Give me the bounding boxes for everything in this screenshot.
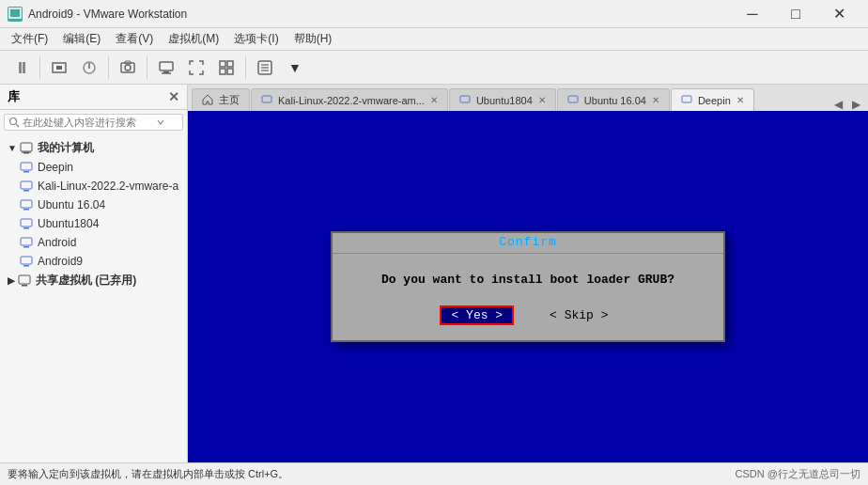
deepin-label: Deepin	[38, 161, 73, 174]
dialog-message: Do you want to install boot loader GRUB?	[361, 273, 695, 287]
svg-rect-28	[23, 171, 29, 173]
titlebar: Android9 - VMware Workstation ─ □ ✕	[0, 0, 868, 28]
svg-rect-16	[220, 69, 225, 74]
svg-rect-27	[21, 163, 32, 170]
sidebar-item-ubuntu1604[interactable]: Ubuntu 16.04	[0, 196, 187, 214]
content-area: 主页 Kali-Linux-2022.2-vmware-am... ✕	[188, 85, 868, 462]
vm-icon-android9	[19, 254, 34, 269]
toolbar: ▼	[0, 51, 868, 85]
sidebar-item-deepin[interactable]: Deepin	[0, 158, 187, 177]
sep1	[39, 56, 40, 79]
tab-ubuntu1804-icon	[459, 94, 471, 107]
window-title: Android9 - VMware Workstation	[28, 8, 731, 21]
minimize-button[interactable]: ─	[731, 0, 774, 28]
tab-ubuntu1804-close[interactable]: ✕	[538, 95, 546, 105]
sidebar-search-box[interactable]	[4, 114, 183, 131]
svg-rect-37	[21, 257, 32, 264]
tab-deepin-icon	[681, 94, 692, 107]
tabs-bar: 主页 Kali-Linux-2022.2-vmware-am... ✕	[188, 85, 868, 111]
menu-view[interactable]: 查看(V)	[108, 29, 161, 49]
shared-label: 共享虚拟机 (已弃用)	[36, 273, 136, 289]
svg-rect-39	[19, 275, 30, 284]
menu-help[interactable]: 帮助(H)	[287, 29, 340, 49]
menubar: 文件(F) 编辑(E) 查看(V) 虚拟机(M) 选项卡(I) 帮助(H)	[0, 28, 868, 51]
tab-kali[interactable]: Kali-Linux-2022.2-vmware-am... ✕	[251, 88, 448, 111]
vm-icon-deepin	[19, 160, 34, 175]
tab-kali-close[interactable]: ✕	[430, 95, 438, 105]
mycomputer-label: 我的计算机	[38, 140, 94, 156]
menu-vm[interactable]: 虚拟机(M)	[161, 29, 226, 49]
expand-arrow: ▼	[8, 143, 17, 153]
tab-ubuntu1604-close[interactable]: ✕	[652, 95, 659, 105]
statusbar: 要将输入定向到该虚拟机，请在虚拟机内部单击或按 Ctrl+G。 CSDN @行之…	[0, 462, 868, 485]
sidebar-item-ubuntu1804[interactable]: Ubuntu1804	[0, 214, 187, 233]
fullscreen-button[interactable]	[183, 55, 209, 81]
tab-deepin-label: Deepin	[698, 95, 731, 106]
shared-icon	[17, 274, 32, 289]
svg-rect-11	[160, 62, 173, 70]
skip-button[interactable]: < Skip >	[542, 305, 615, 325]
yes-button[interactable]: < Yes >	[440, 305, 514, 325]
expand-arrow-shared: ▶	[8, 275, 15, 286]
vm-icon-kali	[19, 179, 34, 194]
sidebar-tree: ▼ 我的计算机 Deepin	[0, 134, 187, 462]
tab-scroll-right[interactable]: ▶	[848, 98, 864, 111]
more-button[interactable]: ▼	[282, 55, 308, 81]
app-icon	[8, 7, 23, 22]
suspend-button[interactable]	[46, 55, 72, 81]
prefs-button[interactable]	[252, 55, 278, 81]
sep4	[245, 56, 246, 79]
vm-icon-ubuntu1604	[19, 197, 34, 212]
svg-rect-32	[23, 209, 29, 211]
svg-rect-15	[227, 61, 233, 67]
search-icon	[8, 117, 20, 128]
watermark: CSDN @行之无道总司一切	[736, 467, 860, 481]
sep2	[108, 56, 109, 79]
sidebar-item-android9[interactable]: Android9	[0, 252, 187, 271]
tab-scroll-left[interactable]: ◀	[830, 98, 846, 111]
menu-file[interactable]: 文件(F)	[4, 29, 55, 49]
dropdown-icon[interactable]	[156, 117, 165, 127]
svg-rect-38	[23, 265, 29, 267]
sidebar-item-android[interactable]: Android	[0, 233, 187, 252]
tab-home[interactable]: 主页	[192, 88, 250, 111]
tab-ubuntu1604[interactable]: Ubuntu 16.04 ✕	[557, 88, 670, 111]
svg-rect-31	[21, 200, 32, 208]
svg-rect-3	[23, 62, 25, 73]
sidebar-item-kali[interactable]: Kali-Linux-2022.2-vmware-a	[0, 177, 187, 196]
send-ctrlaltdel-button[interactable]	[153, 55, 179, 81]
maximize-button[interactable]: □	[774, 0, 817, 28]
close-sidebar-button[interactable]: ✕	[168, 89, 179, 104]
dialog-title: Confirm	[333, 233, 723, 254]
svg-rect-43	[568, 96, 578, 102]
kali-label: Kali-Linux-2022.2-vmware-a	[38, 180, 178, 193]
vm-display[interactable]: Confirm Do you want to install boot load…	[188, 111, 868, 462]
tab-ubuntu1604-icon	[567, 94, 579, 107]
search-input[interactable]	[23, 117, 154, 128]
ubuntu1804-label: Ubuntu1804	[38, 217, 99, 230]
main-layout: 库 ✕ ▼	[0, 85, 868, 462]
computer-icon	[19, 141, 34, 156]
snapshot-button[interactable]	[115, 55, 141, 81]
sidebar-item-shared[interactable]: ▶ 共享虚拟机 (已弃用)	[0, 271, 187, 290]
unity-button[interactable]	[213, 55, 240, 81]
close-button[interactable]: ✕	[817, 0, 860, 28]
android9-label: Android9	[38, 255, 83, 268]
tab-kali-label: Kali-Linux-2022.2-vmware-am...	[278, 95, 425, 106]
tab-deepin[interactable]: Deepin ✕	[671, 88, 754, 111]
svg-rect-36	[23, 246, 29, 248]
svg-rect-5	[56, 66, 62, 70]
menu-tabs[interactable]: 选项卡(I)	[226, 29, 286, 49]
power-button[interactable]	[8, 55, 34, 81]
svg-rect-40	[22, 285, 27, 287]
confirm-dialog: Confirm Do you want to install boot load…	[331, 231, 725, 342]
window-controls[interactable]: ─ □ ✕	[731, 0, 860, 28]
tab-deepin-close[interactable]: ✕	[736, 95, 744, 105]
sidebar-item-mycomputer[interactable]: ▼ 我的计算机	[0, 138, 187, 158]
ubuntu1604-label: Ubuntu 16.04	[38, 198, 105, 211]
reset-button[interactable]	[76, 55, 102, 81]
menu-edit[interactable]: 编辑(E)	[55, 29, 108, 49]
dialog-buttons: < Yes > < Skip >	[361, 305, 695, 325]
tab-ubuntu1804[interactable]: Ubuntu1804 ✕	[449, 88, 556, 111]
tab-ubuntu1604-label: Ubuntu 16.04	[584, 95, 646, 106]
